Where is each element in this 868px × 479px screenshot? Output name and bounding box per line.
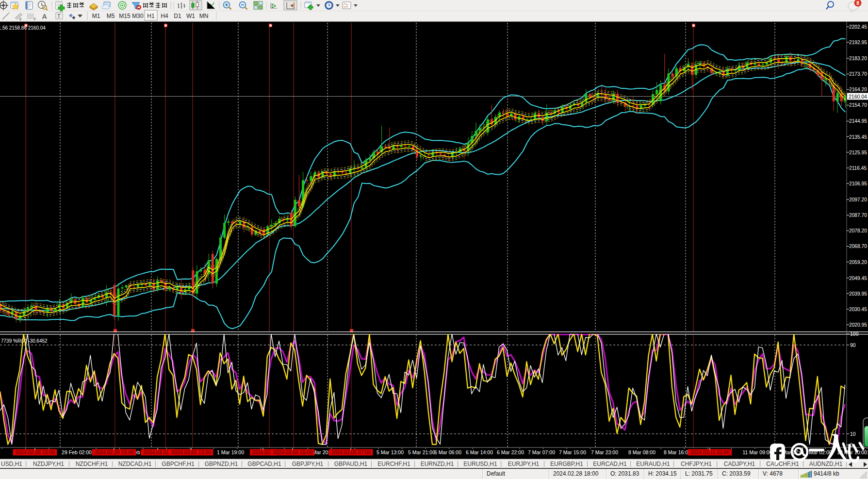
- svg-text:2039.95: 2039.95: [849, 291, 867, 297]
- svg-text:7 Mar 07:00: 7 Mar 07:00: [528, 449, 555, 455]
- svg-text:5 Mar 21:00: 5 Mar 21:00: [408, 449, 435, 455]
- svg-text:2087.70: 2087.70: [849, 213, 867, 218]
- svg-text:W1: W1: [186, 13, 195, 19]
- svg-text:2202.45: 2202.45: [849, 24, 867, 30]
- svg-text:2059.20: 2059.20: [849, 260, 867, 265]
- svg-text:10: 10: [850, 431, 856, 437]
- svg-text:MN: MN: [199, 13, 209, 19]
- svg-text:2030.45: 2030.45: [849, 307, 867, 312]
- svg-text:F: F: [34, 17, 36, 21]
- svg-text:6 Mar 06:00: 6 Mar 06:00: [434, 449, 461, 455]
- svg-text:2020.95: 2020.95: [849, 322, 867, 328]
- svg-text:7 Mar 23:00: 7 Mar 23:00: [591, 449, 618, 455]
- svg-text:2097.20: 2097.20: [849, 197, 867, 202]
- svg-text:2135.45: 2135.45: [849, 134, 867, 140]
- svg-text:8: 8: [856, 0, 859, 6]
- svg-text:2024.03.01 12:00: 2024.03.01 12:00: [171, 449, 211, 455]
- svg-text:2144.95: 2144.95: [849, 118, 867, 124]
- svg-text:2024.03.05 07:00: 2024.03.05 07:00: [331, 449, 371, 455]
- svg-text:2078.20: 2078.20: [849, 228, 867, 233]
- svg-text:2125.95: 2125.95: [849, 150, 867, 155]
- svg-text:0: 0: [850, 442, 853, 448]
- svg-text:A: A: [42, 13, 47, 20]
- svg-text:11 Mar 09:00: 11 Mar 09:00: [742, 449, 772, 455]
- svg-text:2164.20: 2164.20: [849, 87, 867, 92]
- svg-text:100: 100: [850, 331, 859, 337]
- svg-text:8 Mar 16:0: 8 Mar 16:0: [664, 449, 688, 455]
- svg-text:2160.04: 2160.04: [849, 94, 867, 99]
- svg-text:2024.02.29 15:00: 2024.02.29 15:00: [94, 449, 134, 455]
- svg-text:2024.03.01 (: 2024.03.01 (: [144, 449, 172, 455]
- svg-text:2154.70: 2154.70: [849, 102, 867, 108]
- svg-text:H1: H1: [147, 13, 155, 19]
- svg-text:5 Mar 13:00: 5 Mar 13:00: [377, 449, 404, 455]
- svg-text:M30: M30: [132, 13, 144, 19]
- svg-text:H4: H4: [161, 13, 168, 19]
- svg-text:E: E: [19, 17, 22, 21]
- svg-text:2024.02.28 15:00: 2024.02.28 15:00: [15, 449, 55, 455]
- svg-text:7 Mar 15:00: 7 Mar 15:00: [559, 449, 586, 455]
- svg-text:8 Mar 08:00: 8 Mar 08:00: [628, 449, 655, 455]
- svg-text:2192.95: 2192.95: [849, 40, 867, 45]
- svg-text:M1: M1: [92, 13, 100, 19]
- svg-text:29 Feb 02:00: 29 Feb 02:00: [62, 449, 92, 455]
- svg-text:6 Mar 14:00: 6 Mar 14:00: [466, 449, 493, 455]
- svg-text:2173.70: 2173.70: [849, 71, 867, 77]
- svg-text:1 Mar 19:00: 1 Mar 19:00: [217, 449, 244, 455]
- svg-text:2116.45: 2116.45: [849, 165, 867, 171]
- svg-text:2049.45: 2049.45: [849, 276, 867, 281]
- svg-text:Mar 02:00: Mar 02:00: [809, 449, 832, 455]
- svg-text:M15: M15: [119, 13, 131, 19]
- svg-text:2183.20: 2183.20: [849, 56, 867, 61]
- svg-text:T: T: [57, 13, 61, 19]
- svg-text:7739 %R(7) -30.6452: 7739 %R(7) -30.6452: [1, 338, 48, 344]
- svg-text:M5: M5: [107, 13, 115, 19]
- svg-text:6 Mar 22:00: 6 Mar 22:00: [497, 449, 524, 455]
- svg-text:2106.95: 2106.95: [849, 181, 867, 186]
- svg-text:2024.03.11 03:00: 2024.03.11 03:00: [690, 449, 730, 455]
- svg-text:2068.70: 2068.70: [849, 244, 867, 249]
- svg-text:12 Mar 10:00: 12 Mar 10:00: [837, 449, 867, 455]
- svg-text:2024.03.04 15:00: 2024.03.04 15:00: [273, 449, 312, 455]
- svg-text:61.56 2158.86 2160.04: 61.56 2158.86 2160.04: [0, 25, 46, 31]
- svg-text:11 Mar 17:0: 11 Mar 17:0: [775, 449, 802, 455]
- svg-text:90: 90: [850, 342, 856, 348]
- svg-text:D1: D1: [174, 13, 181, 19]
